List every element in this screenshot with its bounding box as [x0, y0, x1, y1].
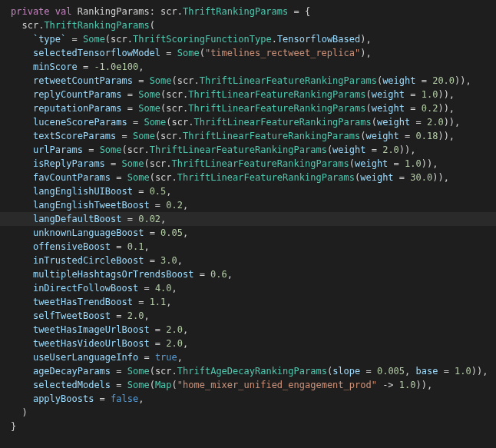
token-op: =: [116, 131, 133, 141]
code-line: minScore = -1.0e100,: [0, 60, 496, 74]
token-op: =: [405, 103, 422, 114]
token-op: ->: [377, 380, 399, 390]
token-punct: .: [166, 158, 171, 169]
token-member: retweetCountParams: [33, 75, 133, 86]
token-punct: ,: [177, 255, 183, 266]
token-punct: )),: [416, 380, 433, 390]
token-bool: false: [111, 393, 138, 404]
token-member: `type`: [33, 34, 66, 45]
token-op: =: [133, 186, 150, 197]
token-op: =: [83, 144, 100, 155]
token-num: 0.5: [150, 186, 167, 197]
token-type: Some: [122, 158, 144, 169]
token-num: 0.18: [416, 131, 438, 141]
token-op: =: [66, 34, 83, 45]
token-punct: ),: [360, 34, 371, 45]
token-punct: (: [172, 380, 177, 390]
code-line: tweetHasTrendBoost = 1.1,: [0, 295, 496, 309]
code-line: selectedModels = Some(Map("home_mixer_un…: [0, 378, 496, 392]
token-type: Some: [138, 103, 160, 114]
code-line: scr.ThriftRankingParams(: [0, 18, 496, 32]
code-line: langDefaultBoost = 0.02,: [0, 212, 496, 226]
token-str: "timelines_rectweet_replica": [205, 48, 360, 58]
token-punct: ,: [183, 200, 188, 211]
token-punct: (: [349, 158, 355, 169]
code-line: ): [0, 406, 496, 420]
token-op: =: [111, 366, 127, 377]
token-punct: (: [365, 103, 371, 114]
token-punct: ,: [138, 61, 144, 72]
token-num: 0.1: [127, 241, 144, 252]
token-punct: (: [200, 48, 205, 58]
token-bool: true: [155, 352, 177, 363]
token-member: inTrustedCircleBoost: [33, 255, 144, 266]
code-line: replyCountParams = Some(scr.ThriftLinear…: [0, 88, 496, 101]
token-member: selectedModels: [33, 380, 111, 390]
token-num: 20.0: [432, 75, 455, 86]
token-punct: )),: [438, 89, 455, 100]
token-punct: }: [11, 421, 16, 432]
token-type: ThriftLinearFeatureRankingParams: [177, 172, 355, 183]
token-type: ThriftRankingParams: [183, 6, 288, 17]
code-line: selectedTensorflowModel = Some("timeline…: [0, 46, 496, 60]
token-member: luceneScoreParams: [33, 117, 127, 128]
token-op: =: [144, 227, 160, 238]
token-punct: ,: [160, 214, 166, 224]
token-punct: ,: [183, 338, 188, 349]
code-line: inDirectFollowBoost = 4.0,: [0, 281, 496, 295]
token-punct: ,: [166, 186, 171, 197]
token-member: urlParams: [33, 144, 83, 155]
token-member: tweetHasImageUrlBoost: [33, 324, 150, 335]
token-punct: (: [166, 117, 171, 128]
token-ident: scr: [172, 117, 189, 128]
token-member: langDefaultBoost: [33, 214, 122, 224]
token-type: ThriftLinearFeatureRankingParams: [188, 103, 365, 114]
token-member: weight: [382, 75, 415, 86]
token-punct: (: [372, 117, 377, 128]
code-line: retweetCountParams = Some(scr.ThriftLine…: [0, 74, 496, 88]
token-punct: ),: [360, 48, 371, 58]
token-punct: :: [150, 6, 160, 17]
token-op: =: [111, 172, 127, 183]
token-op: =: [111, 310, 127, 321]
code-line: tweetHasImageUrlBoost = 2.0,: [0, 323, 496, 337]
token-member: tweetHasTrendBoost: [33, 297, 133, 307]
token-punct: ): [21, 407, 27, 418]
token-member: base: [416, 366, 438, 377]
token-op: =: [360, 366, 377, 377]
token-op: =: [122, 89, 139, 100]
token-op: =: [94, 393, 111, 404]
token-str: "home_mixer_unified_engagement_prod": [177, 380, 377, 390]
token-punct: ,: [138, 393, 144, 404]
token-op: =: [150, 338, 167, 349]
token-num: 0.2: [166, 200, 183, 211]
token-op: =: [150, 324, 167, 335]
code-line: urlParams = Some(scr.ThriftLinearFeature…: [0, 143, 496, 157]
token-num: 0.02: [138, 214, 160, 224]
token-type: ThriftScoringFunctionType: [133, 34, 272, 45]
code-line: ageDecayParams = Some(scr.ThriftAgeDecay…: [0, 364, 496, 378]
token-ident: RankingParams: [78, 6, 150, 17]
token-op: =: [365, 144, 382, 155]
token-op: =: [438, 366, 455, 377]
token-num: 1.0: [405, 158, 422, 169]
code-line: isReplyParams = Some(scr.ThriftLinearFea…: [0, 157, 496, 171]
code-line: langEnglishTweetBoost = 0.2,: [0, 198, 496, 212]
token-type: Some: [138, 89, 160, 100]
code-line: favCountParams = Some(scr.ThriftLinearFe…: [0, 171, 496, 184]
token-num: 2.0: [427, 117, 444, 128]
token-punct: = {: [288, 6, 310, 17]
token-member: langEnglishTweetBoost: [33, 200, 150, 211]
token-member: multipleHashtagsOrTrendsBoost: [33, 269, 194, 280]
token-type: Some: [133, 131, 155, 141]
token-op: =: [138, 283, 155, 294]
token-type: ThriftLinearFeatureRankingParams: [150, 144, 327, 155]
token-kw: private: [11, 6, 55, 17]
token-punct: (: [122, 144, 127, 155]
token-member: replyCountParams: [33, 89, 122, 100]
token-member: weight: [365, 131, 398, 141]
token-punct: .: [172, 366, 177, 377]
token-type: ThriftAgeDecayRankingParams: [177, 366, 327, 377]
token-op: =: [405, 89, 422, 100]
token-punct: ,: [227, 269, 233, 280]
